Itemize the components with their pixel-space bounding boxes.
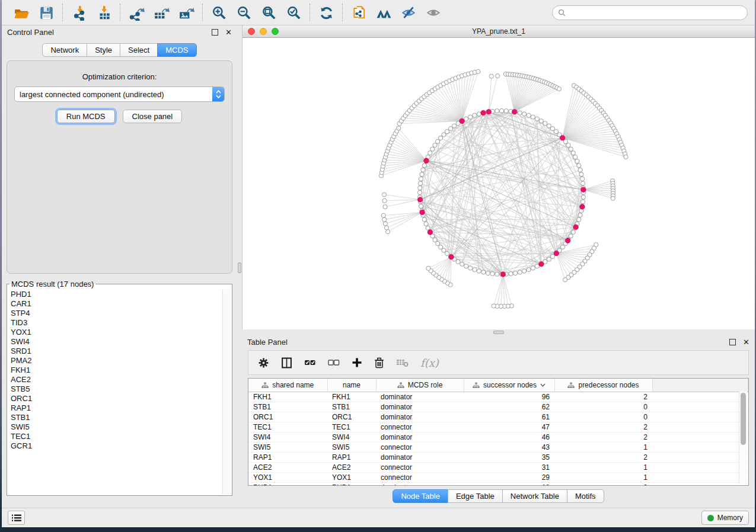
mcds-result-item[interactable]: PMA2: [8, 356, 222, 366]
table-cell[interactable]: RAP1: [327, 453, 376, 463]
graph-node[interactable]: [481, 270, 486, 274]
graph-node[interactable]: [473, 113, 477, 117]
import-table-button[interactable]: [95, 4, 113, 21]
graph-node[interactable]: [464, 264, 468, 268]
table-cell[interactable]: STB1: [327, 402, 376, 412]
save-session-button[interactable]: [37, 4, 55, 21]
table-cell[interactable]: 47: [464, 422, 554, 432]
graph-node[interactable]: [476, 69, 480, 73]
graph-node[interactable]: [421, 168, 425, 172]
graph-node[interactable]: [581, 195, 585, 199]
graph-node[interactable]: [495, 109, 499, 113]
maximize-window-icon[interactable]: [272, 28, 279, 35]
graph-node[interactable]: [433, 238, 437, 242]
table-cell[interactable]: 31: [464, 463, 554, 473]
table-cell[interactable]: SWI5: [327, 443, 376, 453]
table-cell[interactable]: 1: [554, 473, 652, 483]
table-cell[interactable]: connector: [376, 422, 464, 432]
graph-node[interactable]: [571, 151, 575, 155]
vertical-splitter-handle[interactable]: [238, 262, 241, 273]
tab-edge-table[interactable]: Edge Table: [448, 489, 503, 503]
graph-node[interactable]: [577, 164, 581, 168]
column-header-shared-name[interactable]: shared name: [248, 379, 327, 392]
close-panel-button[interactable]: Close panel: [123, 110, 183, 123]
vertical-splitter[interactable]: [237, 25, 242, 508]
graph-hub-node[interactable]: [573, 225, 579, 230]
graph-node[interactable]: [430, 147, 435, 151]
mcds-result-item[interactable]: TID3: [8, 318, 222, 328]
table-cell[interactable]: SWI4: [248, 432, 327, 443]
table-cell[interactable]: 2: [554, 453, 652, 463]
tab-network[interactable]: Network: [42, 43, 87, 57]
graph-node[interactable]: [489, 74, 493, 78]
delete-row-button[interactable]: [374, 357, 384, 368]
graph-node[interactable]: [513, 271, 518, 275]
graph-node[interactable]: [495, 272, 499, 276]
graph-node[interactable]: [445, 130, 449, 134]
mcds-result-item[interactable]: TEC1: [8, 432, 222, 441]
tab-style[interactable]: Style: [87, 43, 120, 57]
graph-node[interactable]: [381, 213, 385, 217]
graph-node[interactable]: [492, 304, 496, 308]
graph-node[interactable]: [580, 177, 585, 181]
graph-node[interactable]: [477, 269, 481, 273]
graph-node[interactable]: [424, 222, 428, 226]
table-cell[interactable]: TEC1: [248, 422, 327, 432]
run-mcds-button[interactable]: Run MCDS: [57, 110, 115, 123]
table-cell[interactable]: 62: [464, 402, 554, 412]
zoom-selected-button[interactable]: [285, 4, 302, 21]
tab-select[interactable]: Select: [120, 43, 158, 57]
graph-node[interactable]: [581, 181, 585, 185]
graph-node[interactable]: [569, 234, 573, 238]
graph-node[interactable]: [382, 217, 387, 222]
columns-button[interactable]: [281, 357, 292, 368]
graph-node[interactable]: [566, 143, 570, 148]
graph-node[interactable]: [557, 87, 561, 91]
table-cell[interactable]: 43: [464, 443, 554, 453]
graph-node[interactable]: [422, 164, 426, 168]
memory-button[interactable]: Memory: [701, 511, 749, 525]
graph-node[interactable]: [477, 112, 481, 116]
task-history-button[interactable]: [8, 511, 25, 525]
table-cell[interactable]: dominator: [376, 453, 464, 463]
graph-node[interactable]: [522, 112, 527, 116]
table-cell[interactable]: 29: [464, 473, 554, 483]
mcds-result-item[interactable]: SRD1: [8, 347, 222, 356]
graph-node[interactable]: [509, 272, 513, 276]
graph-node[interactable]: [569, 147, 573, 151]
graph-node[interactable]: [522, 269, 527, 273]
table-cell[interactable]: FKH1: [248, 392, 327, 402]
close-window-icon[interactable]: [248, 28, 255, 35]
graph-node[interactable]: [499, 108, 503, 113]
graph-node[interactable]: [611, 196, 615, 200]
table-cell[interactable]: TEC1: [327, 422, 376, 432]
tab-node-table[interactable]: Node Table: [393, 489, 448, 503]
graph-hub-node[interactable]: [539, 261, 544, 267]
graph-node[interactable]: [518, 270, 522, 274]
graph-node[interactable]: [504, 109, 508, 113]
graph-node[interactable]: [419, 204, 423, 209]
table-cell[interactable]: SWI5: [248, 443, 327, 453]
table-cell[interactable]: ACE2: [248, 463, 327, 473]
hide-selected-button[interactable]: [400, 4, 417, 21]
graph-node[interactable]: [575, 159, 579, 164]
graph-hub-node[interactable]: [500, 272, 506, 277]
graph-hub-node[interactable]: [428, 230, 433, 235]
minimize-window-icon[interactable]: [260, 28, 267, 35]
search-box[interactable]: [552, 5, 748, 20]
table-row[interactable]: PHD1PHD1dominator180: [248, 483, 748, 486]
table-cell[interactable]: 1: [554, 463, 652, 473]
table-cell[interactable]: dominator: [376, 412, 464, 422]
graph-node[interactable]: [418, 181, 422, 185]
export-network-button[interactable]: [127, 4, 145, 21]
graph-node[interactable]: [527, 113, 531, 117]
table-cell[interactable]: STB1: [248, 402, 327, 412]
graph-hub-node[interactable]: [554, 251, 559, 256]
graph-node[interactable]: [573, 155, 578, 159]
graph-node[interactable]: [439, 136, 443, 140]
graph-node[interactable]: [547, 124, 551, 128]
graph-node[interactable]: [527, 268, 531, 272]
graph-hub-node[interactable]: [565, 238, 570, 243]
table-row[interactable]: FKH1FKH1dominator962: [248, 392, 748, 402]
graph-node[interactable]: [386, 230, 390, 234]
